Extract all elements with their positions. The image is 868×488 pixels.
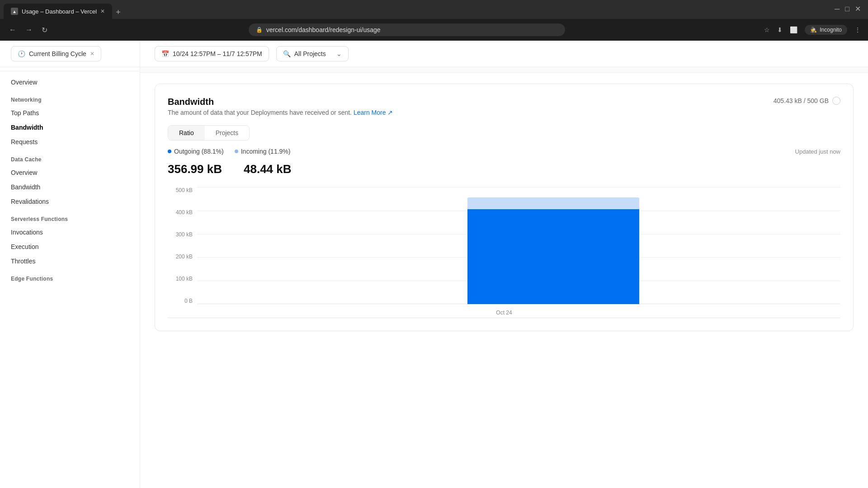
incoming-metric: 48.44 kB (244, 162, 292, 176)
sidebar-item-requests[interactable]: Requests (0, 135, 140, 149)
sidebar-item-execution-label: Execution (11, 243, 38, 250)
updated-text: Updated just now (795, 148, 840, 155)
outgoing-label: Outgoing (88.1%) (174, 148, 224, 155)
chart-plot-area (197, 187, 840, 304)
download-icon[interactable]: ⬇ (777, 26, 783, 33)
sidebar-item-throttles-label: Throttles (11, 258, 35, 265)
outgoing-dot (168, 150, 171, 153)
y-label-500: 500 kB (168, 187, 193, 193)
sidebar-divider-top (0, 71, 140, 71)
sidebar-item-overview[interactable]: Overview (0, 75, 140, 89)
sidebar-item-invocations-label: Invocations (11, 229, 43, 236)
incognito-label: Incognito (820, 27, 842, 33)
chevron-down-icon: ⌄ (336, 50, 342, 57)
sidebar-item-top-paths-label: Top Paths (11, 109, 39, 117)
billing-cycle-button[interactable]: 🕐 Current Billing Cycle ✕ (11, 46, 101, 61)
bandwidth-description: The amount of data that your Deployments… (168, 109, 393, 116)
sidebar-item-execution[interactable]: Execution (0, 239, 140, 254)
billing-cycle-label: Current Billing Cycle (29, 50, 86, 57)
bookmark-icon[interactable]: ☆ (764, 26, 770, 33)
legend-incoming: Incoming (11.9%) (235, 148, 291, 155)
incognito-button[interactable]: 🕵 Incognito (805, 25, 847, 35)
y-label-0: 0 B (168, 298, 193, 304)
outgoing-value: 356.99 kB (168, 162, 222, 176)
sidebar-item-data-cache-bandwidth[interactable]: Bandwidth (0, 180, 140, 194)
tab-close-button[interactable]: ✕ (100, 8, 105, 14)
clear-billing-cycle-icon[interactable]: ✕ (90, 51, 94, 57)
bar-oct24 (467, 197, 639, 304)
active-tab[interactable]: ▲ Usage – Dashboard – Vercel ✕ (4, 4, 112, 19)
top-section-placeholder (140, 67, 868, 73)
new-tab-button[interactable]: + (112, 6, 124, 19)
sidebar-item-bandwidth-label: Bandwidth (11, 124, 43, 131)
sidebar-item-top-paths[interactable]: Top Paths (0, 106, 140, 120)
usage-text: 405.43 kB / 500 GB (774, 97, 829, 104)
incognito-icon: 🕵 (810, 27, 817, 33)
calendar-icon: 📅 (161, 50, 169, 57)
x-label-oct24: Oct 24 (496, 310, 512, 316)
gridline-top (197, 187, 840, 188)
chart-legend: Outgoing (88.1%) Incoming (11.9%) (168, 148, 290, 155)
sidebar-item-data-cache-overview[interactable]: Overview (0, 165, 140, 180)
reload-button[interactable]: ↻ (40, 24, 49, 36)
projects-label: All Projects (294, 50, 326, 57)
sidebar-item-requests-label: Requests (11, 138, 38, 145)
sidebar: 🕐 Current Billing Cycle ✕ Overview Netwo… (0, 41, 140, 488)
legend-outgoing: Outgoing (88.1%) (168, 148, 224, 155)
search-icon: 🔍 (283, 50, 291, 57)
sidebar-item-data-cache-overview-label: Overview (11, 169, 37, 176)
learn-more-link[interactable]: Learn More ↗ (354, 109, 393, 116)
bandwidth-usage-display: 405.43 kB / 500 GB (774, 97, 840, 105)
address-bar[interactable]: 🔒 vercel.com/dashboard/redesign-ui/usage (249, 23, 565, 36)
sidebar-item-invocations[interactable]: Invocations (0, 225, 140, 239)
sidebar-item-throttles[interactable]: Throttles (0, 254, 140, 268)
top-bar: 🕐 Current Billing Cycle ✕ (0, 41, 140, 67)
incoming-label: Incoming (11.9%) (241, 148, 291, 155)
url-text: vercel.com/dashboard/redesign-ui/usage (266, 26, 381, 33)
date-range-button[interactable]: 📅 10/24 12:57PM – 11/7 12:57PM (155, 46, 269, 61)
bandwidth-chart: 500 kB 400 kB 300 kB 200 kB 100 kB 0 B (168, 187, 840, 318)
sidebar-item-revalidations[interactable]: Revalidations (0, 194, 140, 209)
tab-favicon: ▲ (11, 8, 18, 15)
sidebar-item-revalidations-label: Revalidations (11, 198, 49, 205)
date-range-text: 10/24 12:57PM – 11/7 12:57PM (173, 50, 262, 57)
extensions-icon[interactable]: ⬜ (790, 26, 797, 33)
refresh-icon[interactable] (832, 97, 840, 105)
y-label-200: 200 kB (168, 253, 193, 260)
y-label-400: 400 kB (168, 209, 193, 216)
tab-title: Usage – Dashboard – Vercel (22, 8, 97, 15)
sidebar-item-overview-label: Overview (11, 79, 37, 86)
tab-ratio[interactable]: Ratio (168, 126, 205, 140)
sidebar-section-data-cache: Data Cache (0, 149, 140, 165)
maximize-button[interactable]: □ (845, 5, 849, 13)
bandwidth-tab-bar: Ratio Projects (168, 125, 250, 141)
tab-projects[interactable]: Projects (205, 126, 250, 140)
clock-icon: 🕐 (18, 50, 25, 57)
sidebar-item-data-cache-bandwidth-label: Bandwidth (11, 183, 40, 191)
metrics-row: 356.99 kB 48.44 kB (168, 162, 840, 176)
bar-outgoing (467, 209, 639, 304)
bandwidth-card: Bandwidth The amount of data that your D… (155, 84, 854, 331)
minimize-button[interactable]: ─ (835, 5, 840, 13)
sidebar-section-serverless: Serverless Functions (0, 209, 140, 225)
sidebar-item-bandwidth[interactable]: Bandwidth (0, 120, 140, 135)
bandwidth-title: Bandwidth (168, 97, 393, 107)
y-label-300: 300 kB (168, 231, 193, 238)
incoming-dot (235, 150, 238, 153)
lock-icon: 🔒 (256, 27, 263, 33)
back-button[interactable]: ← (7, 24, 18, 36)
main-content: 📅 10/24 12:57PM – 11/7 12:57PM 🔍 All Pro… (140, 41, 868, 488)
projects-filter-button[interactable]: 🔍 All Projects ⌄ (276, 46, 349, 61)
sidebar-section-edge-functions: Edge Functions (0, 268, 140, 285)
chart-y-axis: 500 kB 400 kB 300 kB 200 kB 100 kB 0 B (168, 187, 193, 304)
close-button[interactable]: ✕ (855, 5, 861, 13)
bar-incoming (467, 197, 639, 209)
y-label-100: 100 kB (168, 276, 193, 282)
incoming-value: 48.44 kB (244, 162, 292, 176)
outgoing-metric: 356.99 kB (168, 162, 222, 176)
forward-button[interactable]: → (24, 24, 34, 36)
menu-icon[interactable]: ⋮ (854, 26, 861, 33)
sidebar-section-networking: Networking (0, 89, 140, 106)
